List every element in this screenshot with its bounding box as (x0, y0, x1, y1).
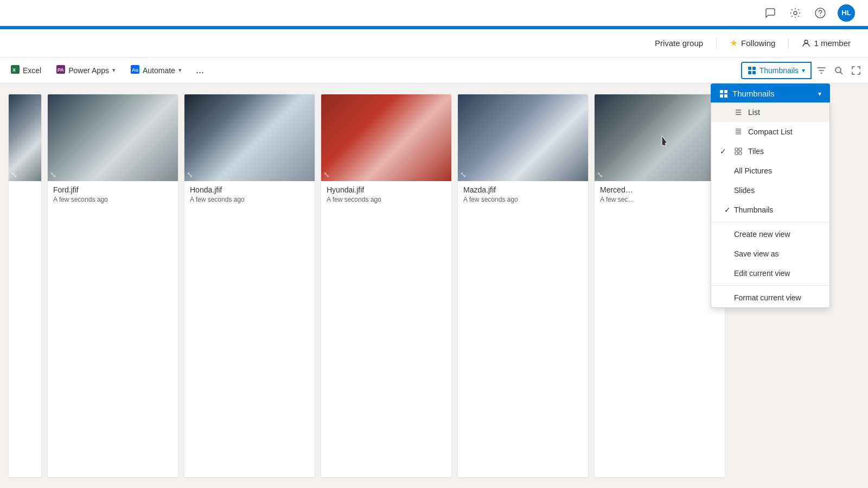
power-apps-toolbar-item[interactable]: PA Power Apps ▾ (50, 62, 122, 79)
user-avatar[interactable]: HL (838, 4, 855, 22)
settings-icon[interactable] (788, 5, 803, 21)
dropdown-divider-1 (711, 222, 829, 222)
members-label[interactable]: 1 member (802, 38, 851, 48)
all-pictures-label: All Pictures (734, 166, 772, 175)
view-dropdown-menu: Thumbnails ▾ List (711, 84, 830, 308)
svg-rect-28 (735, 152, 738, 155)
tile-info: Mazda.jfif A few seconds ago (458, 181, 588, 208)
tile-info: Hyundai.jfif A few seconds ago (321, 181, 451, 208)
view-option-all-pictures[interactable]: All Pictures (711, 161, 829, 181)
automate-icon: Au (131, 65, 139, 76)
expand-icon-button[interactable] (848, 63, 864, 78)
chat-icon[interactable] (763, 5, 778, 21)
header-grid-icon (719, 89, 728, 98)
edit-current-view-item[interactable]: Edit current view (711, 264, 829, 283)
tiles-icon (734, 147, 743, 155)
format-current-view-label: Format current view (734, 293, 801, 302)
tile-name: Honda.jfif (190, 185, 309, 194)
resize-icon: ⤡ (323, 170, 330, 179)
search-icon-button[interactable] (831, 63, 846, 78)
power-apps-chevron: ▾ (112, 67, 116, 74)
check-tiles: ✓ (720, 147, 729, 156)
save-view-as-item[interactable]: Save view as (711, 244, 829, 264)
following-button[interactable]: ★ Following (730, 37, 775, 49)
private-group-label: Private group (655, 38, 703, 48)
resize-icon: ⤡ (187, 170, 193, 179)
star-icon: ★ (730, 37, 738, 49)
automate-chevron: ▾ (178, 67, 182, 74)
more-actions-button[interactable]: ... (190, 61, 209, 79)
list-item[interactable]: ⤡ (9, 94, 41, 477)
view-option-slides[interactable]: Slides (711, 181, 829, 200)
compact-list-icon (734, 128, 743, 136)
tile-date: A few seconds ago (327, 196, 446, 203)
list-item[interactable]: ⤡ Merced… A few sec… (595, 94, 725, 477)
svg-text:X: X (12, 67, 16, 73)
thumbnails-view-button[interactable]: Thumbnails ▾ (741, 62, 812, 79)
help-icon[interactable] (813, 5, 828, 21)
svg-rect-13 (752, 71, 756, 74)
svg-rect-27 (739, 148, 742, 151)
tile-name: Hyundai.jfif (327, 185, 446, 194)
svg-rect-18 (724, 94, 727, 98)
list-view-label: List (748, 108, 760, 117)
svg-text:Au: Au (132, 67, 138, 73)
format-current-view-item[interactable]: Format current view (711, 288, 829, 307)
tile-date: A few seconds ago (190, 196, 309, 203)
create-new-view-label: Create new view (734, 230, 790, 239)
resize-icon: ⤡ (460, 170, 467, 179)
tile-date: A few sec… (600, 196, 719, 203)
tile-name: Merced… (600, 185, 719, 194)
view-option-tiles[interactable]: ✓ Tiles (711, 142, 829, 161)
excel-toolbar-item[interactable]: X Excel (4, 62, 48, 79)
svg-point-3 (805, 40, 808, 43)
group-header: Private group ★ Following 1 member (0, 29, 868, 57)
dropdown-divider-2 (711, 285, 829, 286)
toolbar: X Excel PA Power Apps ▾ Au Automate ▾ ..… (0, 57, 868, 84)
tile-info: Merced… A few sec… (595, 181, 725, 208)
svg-text:PA: PA (58, 67, 64, 73)
excel-icon: X (11, 65, 20, 76)
filter-icon-button[interactable] (814, 63, 829, 78)
thumbnails-label: Thumbnails (734, 206, 773, 214)
tile-date: A few seconds ago (53, 196, 173, 203)
svg-rect-17 (720, 94, 723, 98)
list-item[interactable]: ⤡ Hyundai.jfif A few seconds ago (321, 94, 451, 477)
svg-point-2 (820, 15, 821, 16)
compact-list-label: Compact List (748, 127, 793, 136)
svg-rect-11 (752, 67, 756, 70)
view-option-list[interactable]: List (711, 102, 829, 122)
svg-rect-10 (748, 67, 751, 70)
tile-info (9, 181, 41, 190)
view-option-thumbnails[interactable]: ✓ Thumbnails (711, 200, 829, 220)
dropdown-header-label: Thumbnails (732, 89, 814, 98)
resize-icon: ⤡ (50, 170, 56, 179)
check-thumbnails: ✓ (724, 206, 731, 214)
edit-current-view-label: Edit current view (734, 269, 790, 278)
svg-rect-15 (720, 90, 723, 93)
tile-date: A few seconds ago (463, 196, 583, 203)
slides-label: Slides (734, 186, 755, 195)
create-new-view-item[interactable]: Create new view (711, 224, 829, 244)
tile-name: Ford.jfif (53, 185, 173, 194)
thumbnails-chevron[interactable]: ▾ (802, 67, 805, 74)
dropdown-menu-list: List Compact List ✓ (711, 102, 830, 308)
list-item[interactable]: ⤡ Mazda.jfif A few seconds ago (458, 94, 588, 477)
view-option-compact-list[interactable]: Compact List (711, 122, 829, 142)
svg-point-0 (794, 11, 797, 15)
tiles-label: Tiles (748, 147, 764, 156)
svg-rect-16 (724, 90, 727, 93)
list-item[interactable]: ⤡ Honda.jfif A few seconds ago (184, 94, 315, 477)
top-bar-icons: HL (763, 4, 855, 22)
list-item[interactable]: ⤡ Ford.jfif A few seconds ago (48, 94, 178, 477)
svg-rect-26 (735, 148, 738, 151)
svg-rect-12 (748, 71, 751, 74)
top-bar: HL (0, 0, 868, 26)
tile-name: Mazda.jfif (463, 185, 583, 194)
automate-toolbar-item[interactable]: Au Automate ▾ (124, 62, 188, 79)
power-apps-icon: PA (56, 65, 65, 76)
thumbnails-dropdown-header[interactable]: Thumbnails ▾ (711, 84, 830, 102)
header-divider-1 (716, 38, 717, 49)
svg-rect-29 (739, 152, 742, 155)
dropdown-chevron-icon: ▾ (818, 90, 821, 98)
